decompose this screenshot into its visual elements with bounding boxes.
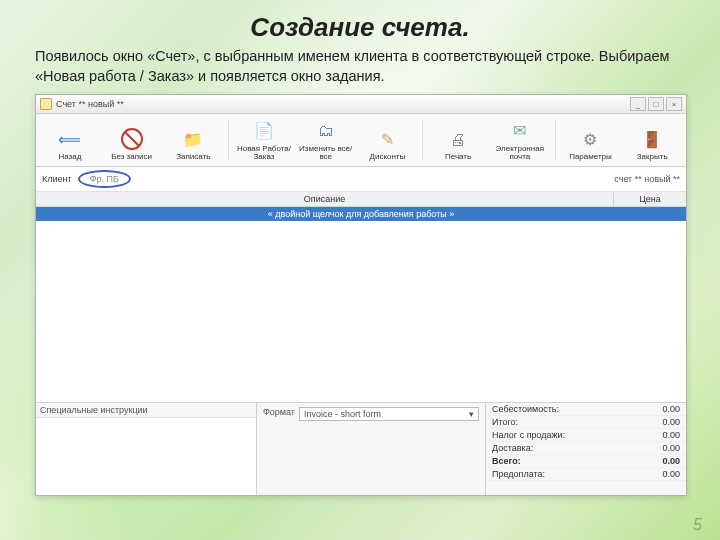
total-row: Доставка:0.00 [486,442,686,455]
instructions-header: Специальные инструкции [36,403,256,418]
add-job-row[interactable]: « двойной щелчок для добавления работы » [36,207,686,221]
format-label: Формат [263,407,295,417]
bottom-panel: Специальные инструкции Формат Invoice - … [36,402,686,495]
window-title: Счет ** новый ** [56,99,124,109]
back-icon: ⟸ [58,127,82,151]
nosave-button[interactable]: Без записи [104,118,160,162]
max-button[interactable]: □ [648,97,664,111]
print-icon: 🖨 [446,127,470,151]
close-button[interactable]: × [666,97,682,111]
options-button[interactable]: ⚙Параметры [563,118,619,162]
min-button[interactable]: _ [630,97,646,111]
page-number: 5 [693,516,702,534]
toolbar: ⟸Назад Без записи 📁Записать 📄Новая Работ… [36,114,686,167]
newjob-icon: 📄 [252,119,276,143]
record-label: счет ** новый ** [614,174,680,184]
total-row: Налог с продажи:0.00 [486,429,686,442]
titlebar: Счет ** новый ** _ □ × [36,95,686,114]
format-value: Invoice - short form [304,409,381,419]
jobs-grid[interactable] [36,221,686,402]
slide-title: Создание счета. [35,12,685,43]
email-button[interactable]: ✉Электронная почта [492,118,548,162]
client-row: Клиент Фр. ПБ счет ** новый ** [36,167,686,192]
client-value-highlight[interactable]: Фр. ПБ [78,170,131,188]
col-description[interactable]: Описание [36,192,614,206]
instructions-panel: Специальные инструкции [36,403,257,495]
gear-icon: ⚙ [578,127,602,151]
grid-header: Описание Цена [36,192,686,207]
total-row: Всего:0.00 [486,455,686,468]
save-button[interactable]: 📁Записать [165,118,221,162]
discount-icon: ✎ [375,127,399,151]
discounts-button[interactable]: ✎Дисконты [360,118,416,162]
client-label: Клиент [42,174,72,184]
close-app-button[interactable]: 🚪Закрыть [624,118,680,162]
total-row: Себестоимость:0.00 [486,403,686,416]
window-icon [40,98,52,110]
total-row: Итого:0.00 [486,416,686,429]
format-panel: Формат Invoice - short form ▾ [257,403,486,495]
total-row: Предоплата:0.00 [486,468,686,481]
folder-icon: 📁 [181,127,205,151]
instructions-input[interactable] [36,418,256,495]
totals-panel: Себестоимость:0.00Итого:0.00Налог с прод… [486,403,686,495]
slide-intro: Появилось окно «Счет», с выбранным имене… [35,47,685,86]
chevron-down-icon: ▾ [469,409,474,419]
change-icon: 🗂 [314,119,338,143]
nosave-icon [120,127,144,151]
invoice-window: Счет ** новый ** _ □ × ⟸Назад Без записи… [35,94,687,496]
email-icon: ✉ [508,119,532,143]
print-button[interactable]: 🖨Печать [430,118,486,162]
back-button[interactable]: ⟸Назад [42,118,98,162]
format-select[interactable]: Invoice - short form ▾ [299,407,479,421]
changeall-button[interactable]: 🗂Изменить все/все [298,118,354,162]
col-price[interactable]: Цена [614,192,686,206]
door-icon: 🚪 [640,127,664,151]
newjob-button[interactable]: 📄Новая Работа/Заказ [236,118,292,162]
